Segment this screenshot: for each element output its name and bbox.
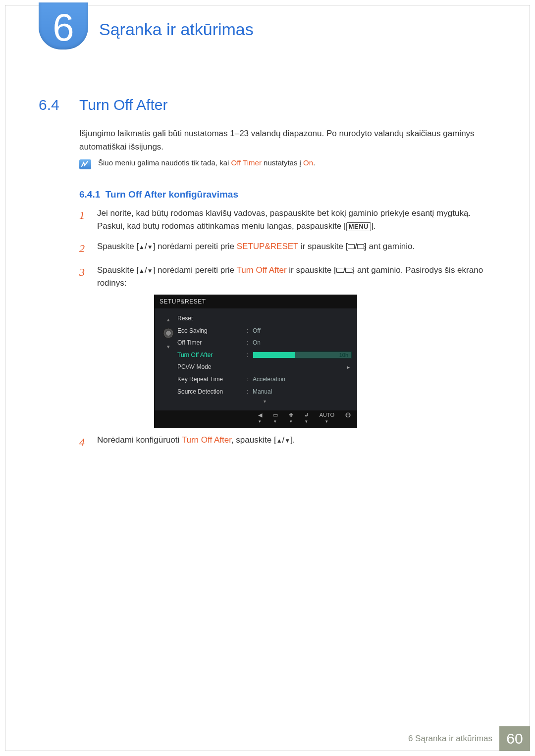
osd-value: Off xyxy=(253,326,352,336)
osd-slider-value: 10h xyxy=(339,351,348,359)
section-number: 6.4 xyxy=(39,97,59,113)
osd-title: SETUP&RESET xyxy=(155,295,357,308)
osd-footer-power-icon: ⏻ xyxy=(345,412,351,425)
step-body: Jei norite, kad būtų rodomas klavišų vad… xyxy=(97,207,490,233)
step2-text-d: ] ant gaminio. xyxy=(364,242,415,251)
page-number-badge: 60 xyxy=(499,726,530,751)
triangle-up-icon xyxy=(276,435,282,445)
osd-row-sourcedetect: Source Detection : Manual xyxy=(177,386,352,398)
osd-colon: : xyxy=(247,351,253,360)
triangle-up-icon xyxy=(139,265,145,275)
osd-row-offtimer: Off Timer : On xyxy=(177,337,352,349)
step-number: 3 xyxy=(79,264,88,451)
step-number: 4 xyxy=(79,434,88,451)
step-body: Norėdami konfigūruoti Turn Off After, sp… xyxy=(97,434,295,451)
step2-text-c: ir spauskite [ xyxy=(298,242,348,251)
osd-body: ▴ ▾ Reset Eco Saving : Off xyxy=(155,308,357,410)
osd-row-reset: Reset xyxy=(177,312,352,325)
step2-highlight: SETUP&RESET xyxy=(237,242,298,251)
osd-colon: : xyxy=(247,326,253,336)
osd-footer-minus-icon: ▭▾ xyxy=(273,412,278,425)
osd-colon: : xyxy=(247,375,253,384)
step2-text-a: Spauskite [ xyxy=(97,242,139,251)
note-bold2: On xyxy=(303,158,313,167)
section-intro-text: Išjungimo laikmatis gali būti nustatomas… xyxy=(79,127,490,153)
step1-text-b: ]. xyxy=(371,221,375,231)
osd-value: Acceleration xyxy=(253,375,352,384)
osd-colon: : xyxy=(247,387,253,397)
osd-colon: : xyxy=(247,338,253,348)
subsection-title: 6.4.1 Turn Off After konfigūravimas xyxy=(79,189,238,200)
step3-highlight: Turn Off After xyxy=(236,265,286,275)
osd-row-pcav: PC/AV Mode ▸ xyxy=(177,361,352,373)
chapter-title: Sąranka ir atkūrimas xyxy=(99,20,254,39)
note-icon xyxy=(79,159,91,169)
step3-text-a: Spauskite [ xyxy=(97,265,139,275)
note-mid: nustatytas į xyxy=(262,158,303,167)
osd-side-icons: ▴ ▾ xyxy=(160,312,177,405)
rect-icon xyxy=(348,244,355,249)
rect-icon xyxy=(336,268,343,273)
note: Šiuo meniu galima naudotis tik tada, kai… xyxy=(79,158,490,169)
osd-label: Eco Saving xyxy=(177,326,247,336)
step-body: Spauskite [/] norėdami pereiti prie SETU… xyxy=(97,240,415,257)
triangle-down-icon xyxy=(284,435,290,445)
step4-text-c: ]. xyxy=(290,435,295,445)
osd-row-keyrepeat: Key Repeat Time : Acceleration xyxy=(177,373,352,386)
osd-row-turnoffafter: Turn Off After : 10h xyxy=(177,349,352,361)
step4-highlight: Turn Off After xyxy=(182,435,231,445)
note-bold1: Off Timer xyxy=(231,158,261,167)
steps-list: 1 Jei norite, kad būtų rodomas klavišų v… xyxy=(79,207,490,457)
subsection-number: 6.4.1 xyxy=(79,189,100,200)
triangle-down-icon xyxy=(147,242,153,251)
osd-value: On xyxy=(253,338,352,348)
note-text: Šiuo meniu galima naudotis tik tada, kai… xyxy=(98,158,315,167)
osd-footer-enter-icon: ↲▾ xyxy=(304,412,309,425)
step3-text-c: ir spauskite [ xyxy=(287,265,336,275)
page-footer: 6 Sąranka ir atkūrimas 60 xyxy=(408,726,530,751)
step-number: 2 xyxy=(79,240,88,257)
osd-right-caret-icon: ▸ xyxy=(345,363,352,371)
osd-footer-auto: AUTO▾ xyxy=(320,412,334,425)
step-number: 1 xyxy=(79,207,88,233)
osd-label: Source Detection xyxy=(177,387,247,397)
gear-icon xyxy=(163,328,174,339)
osd-footer-plus-icon: ✚▾ xyxy=(289,412,293,425)
triangle-up-icon xyxy=(139,242,145,251)
osd-value: Manual xyxy=(253,387,352,397)
menu-button-label: MENU xyxy=(346,222,371,231)
subsection-name: Turn Off After konfigūravimas xyxy=(106,189,238,200)
osd-footer: ◀▾ ▭▾ ✚▾ ↲▾ AUTO▾ ⏻ xyxy=(155,410,357,427)
osd-up-caret-icon: ▴ xyxy=(167,315,170,324)
osd-label: Off Timer xyxy=(177,338,247,348)
step2-text-b: ] norėdami pereiti prie xyxy=(153,242,237,251)
step-4: 4 Norėdami konfigūruoti Turn Off After, … xyxy=(97,434,490,451)
step-3: 3 Spauskite [/] norėdami pereiti prie Tu… xyxy=(79,264,490,451)
osd-menu-list: Reset Eco Saving : Off Off Timer : On xyxy=(177,312,352,405)
osd-scroll-down-icon: ▾ xyxy=(177,398,352,405)
step1-text-a: Jei norite, kad būtų rodomas klavišų vad… xyxy=(97,208,471,231)
osd-label: Key Repeat Time xyxy=(177,375,247,384)
step-1: 1 Jei norite, kad būtų rodomas klavišų v… xyxy=(79,207,490,233)
section-title: Turn Off After xyxy=(79,97,167,113)
osd-footer-back-icon: ◀▾ xyxy=(258,412,262,425)
step4-text-a: Norėdami konfigūruoti xyxy=(97,435,182,445)
chapter-number-badge: 6 xyxy=(39,2,88,50)
osd-label: PC/AV Mode xyxy=(177,362,247,372)
osd-label: Turn Off After xyxy=(177,351,247,360)
osd-screenshot: SETUP&RESET ▴ ▾ Reset Eco Saving : xyxy=(154,295,357,427)
step4-text-b: , spauskite [ xyxy=(231,435,276,445)
note-pre: Šiuo meniu galima naudotis tik tada, kai xyxy=(98,158,231,167)
rect-enter-icon xyxy=(357,244,364,249)
chapter-header: 6 Sąranka ir atkūrimas xyxy=(39,2,254,50)
step-2: 2 Spauskite [/] norėdami pereiti prie SE… xyxy=(79,240,490,257)
osd-slider: 10h xyxy=(253,352,352,358)
footer-text: 6 Sąranka ir atkūrimas xyxy=(408,734,499,744)
note-post: . xyxy=(313,158,315,167)
triangle-down-icon xyxy=(147,265,153,275)
osd-label: Reset xyxy=(177,314,247,323)
osd-down-caret-icon: ▾ xyxy=(167,343,170,351)
step3-text-b: ] norėdami pereiti prie xyxy=(153,265,237,275)
step-body: Spauskite [/] norėdami pereiti prie Turn… xyxy=(97,264,490,451)
osd-row-eco: Eco Saving : Off xyxy=(177,325,352,337)
